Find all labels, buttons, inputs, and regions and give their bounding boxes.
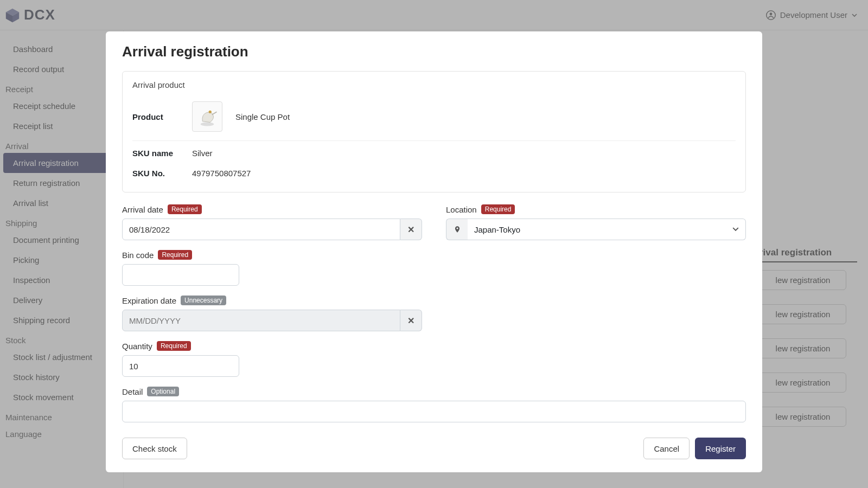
chevron-down-icon [732, 225, 739, 234]
arrival-product-card: Arrival product Product Single Cup Pot S… [122, 71, 746, 192]
close-icon: ✕ [407, 224, 414, 235]
modal-footer: Check stock Cancel Register [122, 438, 746, 459]
arrival-date-input[interactable] [122, 219, 400, 240]
svg-point-6 [209, 111, 212, 113]
cancel-button[interactable]: Cancel [643, 438, 690, 459]
location-selected-value: Japan-Tokyo [474, 225, 520, 234]
bin-code-input[interactable] [122, 264, 239, 286]
clear-arrival-date-button[interactable]: ✕ [400, 219, 422, 240]
quantity-input[interactable] [122, 355, 239, 377]
modal-title: Arrival registration [122, 43, 746, 60]
detail-label: Detail Optional [122, 387, 746, 396]
expiration-date-label: Expiration date Unnecessary [122, 296, 422, 305]
required-badge: Required [158, 250, 192, 260]
check-stock-button[interactable]: Check stock [122, 438, 187, 459]
product-name: Single Cup Pot [235, 112, 290, 121]
sku-name-row: SKU name Silver [132, 143, 736, 163]
svg-point-5 [201, 123, 214, 126]
map-pin-icon [454, 226, 461, 233]
sku-no-value: 4979750807527 [192, 169, 251, 178]
sku-name-value: Silver [192, 149, 213, 158]
sku-no-row: SKU No. 4979750807527 [132, 163, 736, 183]
sku-name-label: SKU name [132, 149, 179, 158]
location-select[interactable]: Japan-Tokyo [468, 219, 746, 240]
modal-overlay: Arrival registration Arrival product Pro… [0, 0, 868, 488]
product-row: Product Single Cup Pot [132, 97, 736, 141]
optional-badge: Optional [147, 387, 179, 396]
product-thumbnail [192, 101, 222, 132]
required-badge: Required [481, 204, 515, 214]
expiration-date-input[interactable] [122, 310, 400, 331]
location-label: Location Required [446, 204, 746, 214]
clear-expiration-button[interactable]: ✕ [400, 310, 422, 331]
quantity-label: Quantity Required [122, 341, 422, 351]
arrival-product-card-title: Arrival product [132, 80, 736, 89]
close-icon: ✕ [407, 316, 414, 326]
arrival-date-label: Arrival date Required [122, 204, 422, 214]
location-pin-addon [446, 219, 468, 240]
detail-input[interactable] [122, 401, 746, 422]
required-badge: Required [157, 341, 191, 351]
product-label: Product [132, 112, 179, 121]
bin-code-label: Bin code Required [122, 250, 422, 260]
unnecessary-badge: Unnecessary [181, 296, 226, 305]
sku-no-label: SKU No. [132, 169, 179, 178]
arrival-registration-modal: Arrival registration Arrival product Pro… [106, 31, 762, 472]
register-button[interactable]: Register [695, 438, 746, 459]
required-badge: Required [168, 204, 202, 214]
